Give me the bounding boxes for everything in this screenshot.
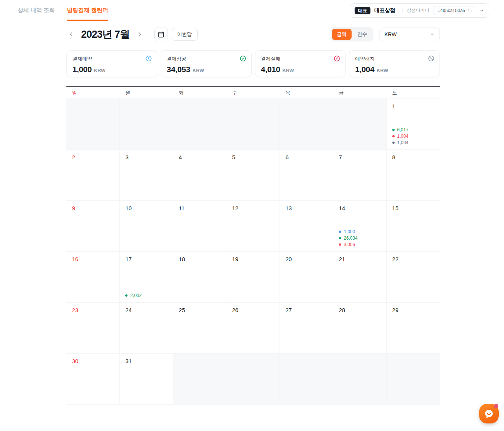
calendar-icon <box>157 31 165 38</box>
copy-icon[interactable] <box>467 8 472 13</box>
chevron-down-icon <box>430 32 435 37</box>
day-number: 9 <box>72 205 114 211</box>
chevron-down-icon[interactable] <box>479 8 484 13</box>
weekday-label: 금 <box>333 87 386 99</box>
calendar-cell-day-11[interactable]: 11 <box>173 201 226 252</box>
calendar-cell-day-13[interactable]: 13 <box>280 201 333 252</box>
calendar-cell-day-3[interactable]: 3 <box>120 150 173 201</box>
day-number: 19 <box>232 256 274 262</box>
calendar-cell-day-25[interactable]: 25 <box>173 303 226 354</box>
day-number: 22 <box>392 256 434 262</box>
toggle-amount-button[interactable]: 금액 <box>332 29 352 40</box>
calendar-cell-day-16[interactable]: 16 <box>66 252 120 303</box>
calendar-cell-day-26[interactable]: 26 <box>226 303 280 354</box>
day-number: 7 <box>339 154 380 160</box>
tab-detail-history[interactable]: 상세 내역 조회 <box>18 0 55 21</box>
billing-calendar: 일월화수목금토 16,0171,0041,0042345678910111213… <box>66 86 440 405</box>
calendar-cell-day-31[interactable]: 31 <box>120 354 173 405</box>
day-number: 21 <box>339 256 380 262</box>
main-content: 2023년 7월 이번달 금액건수 KRW 결제예약1,000KRW결제성공 <box>66 28 440 405</box>
day-number: 8 <box>392 154 434 160</box>
stat-card-unit: KRW <box>94 68 106 73</box>
tabs: 상세 내역 조회빌링결제 캘린더 <box>18 0 108 21</box>
calendar-cell-day-5[interactable]: 5 <box>226 150 280 201</box>
day-number: 16 <box>72 256 114 262</box>
calendar-cell-day-1[interactable]: 16,0171,0041,004 <box>387 99 440 150</box>
merchant-badge: 대표 <box>355 7 370 14</box>
calendar-cell-day-9[interactable]: 9 <box>66 201 120 252</box>
calendar-cell-day-21[interactable]: 21 <box>333 252 386 303</box>
day-number: 25 <box>179 307 220 313</box>
stat-card: 예약해지1,004KRW <box>349 50 440 77</box>
calendar-cell-day-2[interactable]: 2 <box>66 150 120 201</box>
entry-amount: 1,004 <box>397 134 409 139</box>
stat-card-unit: KRW <box>376 68 388 73</box>
calendar-cell-day-10[interactable]: 10 <box>120 201 173 252</box>
calendar-cell-day-27[interactable]: 27 <box>280 303 333 354</box>
weekday-label: 수 <box>226 87 280 99</box>
tab-billing-calendar[interactable]: 빌링결제 캘린더 <box>67 0 108 21</box>
next-month-button[interactable] <box>135 29 144 39</box>
calendar-cell-day-23[interactable]: 23 <box>66 303 120 354</box>
calendar-cell-day-29[interactable]: 29 <box>387 303 440 354</box>
calendar-cell-day-28[interactable]: 28 <box>333 303 386 354</box>
check-circle-icon <box>240 55 246 62</box>
stat-card: 결제실패4,010KRW <box>255 50 346 77</box>
calendar-cell-day-30[interactable]: 30 <box>66 354 120 405</box>
this-month-button[interactable]: 이번달 <box>172 28 198 41</box>
stat-card-label: 결제성공 <box>167 55 246 62</box>
ban-icon <box>428 55 435 62</box>
divider <box>403 8 403 13</box>
calendar-cell-day-7[interactable]: 7 <box>333 150 386 201</box>
calendar-cell-day-4[interactable]: 4 <box>173 150 226 201</box>
day-number: 4 <box>179 154 220 160</box>
day-number: 17 <box>125 256 167 262</box>
calendar-cell-empty <box>333 99 386 150</box>
calendar-cell-day-18[interactable]: 18 <box>173 252 226 303</box>
calendar-cell-empty <box>173 99 226 150</box>
entry-amount: 2,002 <box>130 293 141 298</box>
payment-entry-success: 6,017 <box>392 128 409 132</box>
currency-value: KRW <box>384 31 396 37</box>
calendar-cell-day-15[interactable]: 15 <box>387 201 440 252</box>
shop-id-pill[interactable]: ...4b5ca150a5 <box>433 6 475 15</box>
calendar-cell-day-14[interactable]: 141,00026,0343,006 <box>333 201 386 252</box>
stat-card: 결제성공34,053KRW <box>161 50 252 77</box>
weekday-label: 목 <box>280 87 333 99</box>
calendar-cell-day-8[interactable]: 8 <box>387 150 440 201</box>
entry-amount: 1,000 <box>344 229 355 234</box>
calendar-cell-day-19[interactable]: 19 <box>226 252 280 303</box>
entry-amount: 3,006 <box>344 242 355 247</box>
calendar-cell-day-17[interactable]: 172,002 <box>120 252 173 303</box>
day-number: 30 <box>72 358 114 364</box>
day-entries: 1,00026,0343,006 <box>339 229 358 247</box>
summary-cards: 결제예약1,000KRW결제성공34,053KRW결제실패4,010KRW예약해… <box>66 50 440 77</box>
entry-dot <box>392 135 395 137</box>
entry-dot <box>392 129 395 131</box>
calendar-cell-empty <box>333 354 386 405</box>
entry-dot <box>125 294 128 297</box>
calendar-cell-day-12[interactable]: 12 <box>226 201 280 252</box>
stat-card: 결제예약1,000KRW <box>66 50 157 77</box>
currency-select[interactable]: KRW <box>380 28 440 41</box>
day-number: 12 <box>232 205 274 211</box>
stat-card-label: 예약해지 <box>355 55 434 62</box>
prev-month-button[interactable] <box>66 29 76 39</box>
entry-dot <box>339 243 341 246</box>
day-number: 3 <box>125 154 167 160</box>
day-number: 5 <box>232 154 274 160</box>
merchant-selector[interactable]: 대표 대표상점 상점아이디 ...4b5ca150a5 <box>350 3 489 18</box>
calendar-cell-day-24[interactable]: 24 <box>120 303 173 354</box>
calendar-toolbar: 2023년 7월 이번달 금액건수 KRW <box>66 28 440 41</box>
weekday-label: 화 <box>173 87 226 99</box>
weekday-label: 월 <box>120 87 173 99</box>
toggle-count-button[interactable]: 건수 <box>352 29 372 40</box>
date-picker-button[interactable] <box>154 28 168 41</box>
calendar-cell-day-20[interactable]: 20 <box>280 252 333 303</box>
month-title: 2023년 7월 <box>81 28 130 41</box>
chat-widget-button[interactable] <box>479 404 499 423</box>
weekday-label: 일 <box>66 87 120 99</box>
calendar-cell-day-6[interactable]: 6 <box>280 150 333 201</box>
calendar-cell-day-22[interactable]: 22 <box>387 252 440 303</box>
entry-dot <box>339 231 341 233</box>
